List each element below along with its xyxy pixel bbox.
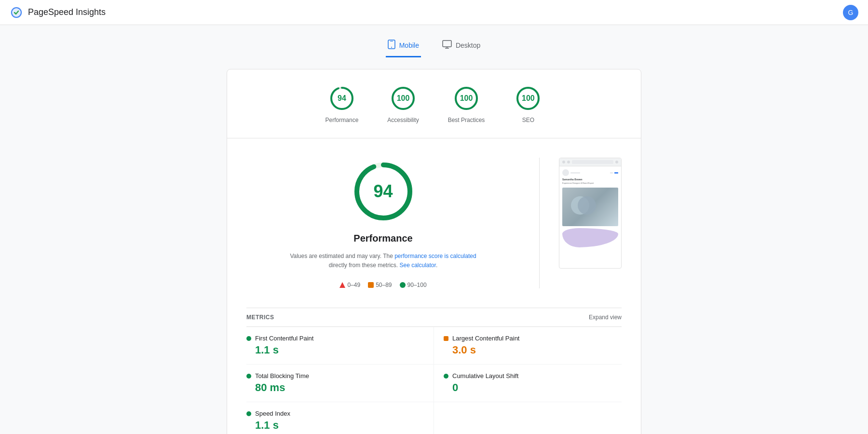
- legend-pass: 90–100: [400, 282, 427, 288]
- browser-dot-3: [615, 161, 618, 163]
- screenshot-body: Samantha Bowen Experience Designer & Bra…: [559, 166, 621, 250]
- lcp-dot: [444, 336, 448, 341]
- big-performance-circle: 94: [350, 158, 417, 225]
- accessibility-circle: 100: [389, 84, 418, 113]
- best-practices-label: Best Practices: [448, 117, 485, 123]
- tbt-value: 80 ms: [246, 381, 424, 394]
- performance-circle: 94: [327, 84, 356, 113]
- screenshot-header: [559, 158, 621, 166]
- cls-label-row: Cumulative Layout Shift: [444, 372, 622, 380]
- screenshot-subtitle: Experience Designer & Brand Expert: [562, 182, 618, 185]
- tab-desktop[interactable]: Desktop: [440, 35, 482, 57]
- lcp-label-row: Largest Contentful Paint: [444, 335, 622, 342]
- screenshot: Samantha Bowen Experience Designer & Bra…: [559, 158, 622, 269]
- fcp-label-row: First Contentful Paint: [246, 335, 424, 342]
- cls-label: Cumulative Layout Shift: [452, 372, 518, 380]
- big-performance-score: 94: [373, 181, 393, 202]
- seo-label: SEO: [522, 117, 534, 123]
- header-logo: PageSpeed Insights: [10, 6, 106, 19]
- performance-label: Performance: [326, 117, 359, 123]
- metric-si: Speed Index 1.1 s: [246, 402, 434, 434]
- expand-view-button[interactable]: Expand view: [589, 314, 622, 321]
- calculator-link[interactable]: See calculator: [399, 262, 435, 269]
- desktop-icon: [442, 40, 452, 51]
- tab-bar: Mobile Desktop: [227, 35, 641, 57]
- user-avatar[interactable]: G: [843, 5, 858, 20]
- cls-value: 0: [444, 381, 622, 394]
- seo-circle: 100: [514, 84, 542, 113]
- detail-left: 94 Performance Values are estimated and …: [246, 158, 520, 288]
- metrics-header: METRICS Expand view: [246, 308, 622, 327]
- best-practices-circle: 100: [452, 84, 481, 113]
- seo-score: 100: [522, 94, 535, 103]
- fcp-value: 1.1 s: [246, 344, 424, 356]
- accessibility-score: 100: [397, 94, 410, 103]
- accessibility-label: Accessibility: [387, 117, 419, 123]
- site-logo-circle: [562, 169, 569, 176]
- app-header: PageSpeed Insights G: [0, 0, 868, 25]
- screenshot-blob: [562, 228, 618, 247]
- tbt-label: Total Blocking Time: [255, 372, 309, 380]
- metric-fcp: First Contentful Paint 1.1 s: [246, 327, 434, 365]
- metric-tbt: Total Blocking Time 80 ms: [246, 365, 434, 402]
- nav-item-2: [614, 172, 618, 174]
- si-value: 1.1 s: [246, 419, 424, 432]
- fail-range: 0–49: [347, 282, 360, 288]
- screenshot-image: [562, 188, 618, 226]
- browser-dot-2: [567, 161, 570, 163]
- legend-average: 50–89: [368, 282, 392, 288]
- fail-icon: [339, 282, 345, 288]
- si-dot: [246, 411, 251, 416]
- vertical-divider: [539, 158, 540, 288]
- metrics-grid: First Contentful Paint 1.1 s Largest Con…: [246, 327, 622, 434]
- screenshot-name: Samantha Bowen: [562, 178, 618, 181]
- tbt-dot: [246, 374, 251, 379]
- performance-description: Values are estimated and may vary. The p…: [287, 252, 480, 270]
- performance-score-link[interactable]: performance score is calculated: [394, 253, 476, 259]
- mobile-icon: [388, 40, 395, 51]
- nav-item-1: [610, 172, 613, 174]
- si-label: Speed Index: [255, 410, 290, 417]
- legend-row: 0–49 50–89 90–100: [339, 282, 426, 288]
- tab-mobile[interactable]: Mobile: [386, 35, 421, 57]
- legend-fail: 0–49: [339, 282, 360, 288]
- performance-detail-title: Performance: [353, 233, 412, 244]
- detail-section: 94 Performance Values are estimated and …: [227, 138, 641, 308]
- best-practices-score: 100: [460, 94, 473, 103]
- lcp-label: Largest Contentful Paint: [452, 335, 519, 342]
- si-label-row: Speed Index: [246, 410, 424, 417]
- pass-range: 90–100: [407, 282, 427, 288]
- svg-rect-4: [443, 41, 451, 47]
- metrics-section: METRICS Expand view First Contentful Pai…: [227, 308, 641, 434]
- pass-icon: [400, 282, 406, 288]
- score-circles-row: 94 Performance 100 Accessibility: [227, 69, 641, 138]
- metric-cls: Cumulative Layout Shift 0: [434, 365, 622, 402]
- cls-dot: [444, 374, 448, 379]
- metrics-title: METRICS: [246, 314, 274, 321]
- main-content: Mobile Desktop: [217, 25, 651, 434]
- tbt-label-row: Total Blocking Time: [246, 372, 424, 380]
- tab-desktop-label: Desktop: [456, 41, 480, 49]
- site-logo-text: [570, 172, 580, 174]
- performance-score: 94: [338, 94, 346, 103]
- browser-dot-1: [562, 161, 565, 163]
- score-best-practices[interactable]: 100 Best Practices: [448, 84, 485, 123]
- fcp-label: First Contentful Paint: [255, 335, 313, 342]
- average-icon: [368, 282, 374, 288]
- svg-rect-3: [390, 41, 393, 41]
- browser-url-bar: [572, 160, 613, 164]
- tab-mobile-label: Mobile: [399, 41, 419, 49]
- score-accessibility[interactable]: 100 Accessibility: [387, 84, 419, 123]
- score-card: 94 Performance 100 Accessibility: [227, 69, 641, 434]
- fcp-dot: [246, 336, 251, 341]
- score-performance[interactable]: 94 Performance: [326, 84, 359, 123]
- lcp-value: 3.0 s: [444, 344, 622, 356]
- average-range: 50–89: [376, 282, 392, 288]
- score-seo[interactable]: 100 SEO: [514, 84, 542, 123]
- pagespeed-logo-icon: [10, 6, 23, 19]
- header-title: PageSpeed Insights: [28, 7, 106, 17]
- svg-point-2: [391, 47, 392, 48]
- metric-lcp: Largest Contentful Paint 3.0 s: [434, 327, 622, 365]
